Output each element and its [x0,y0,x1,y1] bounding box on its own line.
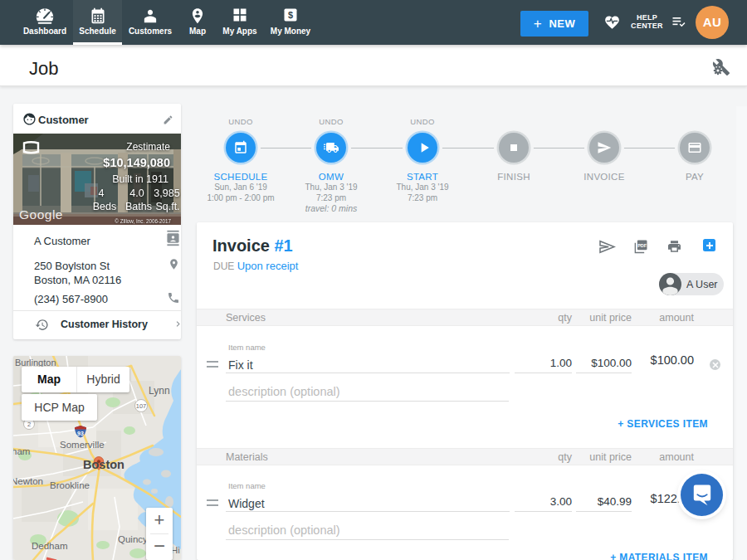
svg-text:$10,149,080: $10,149,080 [103,156,170,169]
svg-text:Dedham: Dedham [32,541,67,551]
svg-text:4: 4 [99,187,105,199]
svg-text:Beds: Beds [93,201,117,212]
svg-text:107: 107 [136,402,147,410]
svg-text:Built in 1911: Built in 1911 [112,173,168,185]
svg-text:Zestimate: Zestimate [126,141,170,153]
svg-text:Baths: Baths [125,201,152,212]
svg-text:Lynn: Lynn [149,385,170,397]
svg-text:93: 93 [77,431,84,436]
svg-text:4.0: 4.0 [129,187,144,199]
svg-text:2: 2 [27,421,31,428]
svg-text:$: $ [288,10,293,20]
svg-text:Quincy: Quincy [118,534,148,544]
svg-text:ham: ham [13,446,30,456]
svg-text:Somerville: Somerville [60,440,105,450]
svg-text:© Zillow, Inc. 2006-2017: © Zillow, Inc. 2006-2017 [115,218,171,224]
svg-text:Newton: Newton [13,476,43,486]
svg-text:PDF: PDF [637,243,647,248]
svg-text:Brookline: Brookline [50,480,90,490]
svg-text:Sq.ft.: Sq.ft. [155,201,179,212]
svg-text:3,985: 3,985 [154,187,179,199]
svg-text:Boston: Boston [83,458,124,471]
svg-text:Google: Google [19,207,63,222]
